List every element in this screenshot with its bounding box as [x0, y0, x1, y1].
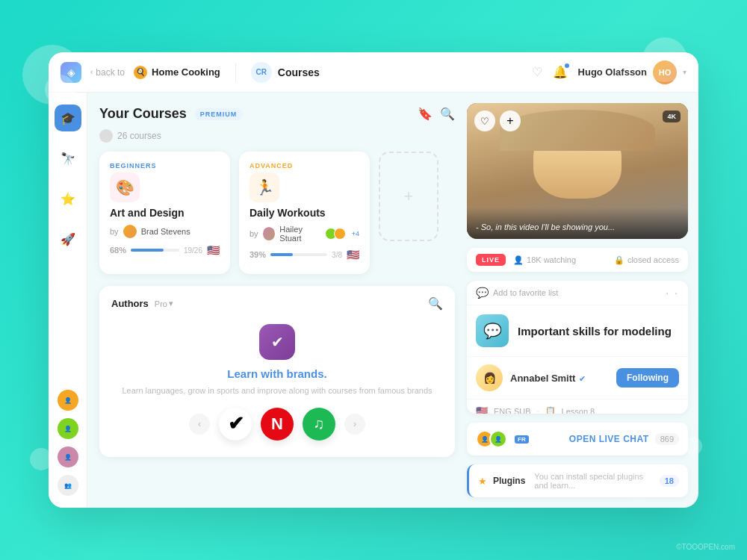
sidebar-users-icon[interactable]: 👥	[58, 475, 78, 496]
language-label: ENG SUB	[494, 407, 531, 414]
brand-logo-netflix[interactable]: N	[261, 408, 294, 441]
progress-bar-fill-workout	[270, 253, 293, 256]
sidebar-user-avatar-1[interactable]: 👤	[58, 390, 78, 411]
brands-app-checkmark-icon: ✔	[271, 333, 284, 351]
course-level-workout: ADVANCED	[249, 162, 359, 169]
authors-header: Authors Pro ▾ 🔍	[111, 296, 443, 311]
breadcrumb-icon: 🍳	[134, 66, 147, 79]
sidebar-item-explore[interactable]: 🔭	[55, 145, 81, 172]
lesson-separator: ·	[537, 407, 539, 414]
progress-pct-art: 68%	[110, 246, 126, 255]
dots-menu[interactable]: · ·	[666, 287, 679, 299]
progress-row-workout: 39% 3/8 🇺🇸	[249, 249, 359, 261]
app-logo[interactable]: ◈	[61, 62, 81, 83]
extra-av-2	[334, 228, 346, 240]
video-card[interactable]: ♡ + 4K - So, in this video I'll be showi…	[467, 103, 688, 239]
brands-title: Learn with brands.	[111, 367, 443, 380]
author-name-workout: Hailey Stuart	[279, 225, 323, 243]
your-courses-title: Your Courses	[99, 106, 187, 122]
brand-logo-spotify[interactable]: ♫	[303, 408, 335, 441]
course-name-art: Art and Design	[110, 207, 220, 219]
brand-logo-nike[interactable]: ✔	[219, 408, 252, 441]
heart-icon[interactable]: ♡	[532, 65, 542, 79]
access-label: closed access	[627, 255, 679, 264]
video-plus-button[interactable]: +	[500, 111, 521, 131]
author-avatar-workout	[263, 227, 276, 240]
premium-badge: PREMIUM	[194, 108, 244, 120]
author-row-info: Annabel Smitt ✔	[510, 371, 586, 385]
courses-badge: CR	[251, 62, 272, 83]
extra-avatars	[328, 228, 346, 240]
video-heart-button[interactable]: ♡	[474, 111, 495, 131]
brands-title-accent: brands.	[287, 367, 327, 380]
brands-logos-row: ‹ ✔ N ♫ ›	[111, 408, 443, 441]
body: 🎓 🔭 ⭐ 🚀 👤 👤 👤 👥 Your Courses PREMIUM 🔖 🔍	[49, 93, 698, 508]
add-fav-icon: 💬	[476, 287, 489, 299]
add-icon: +	[404, 187, 414, 206]
add-course-card[interactable]: +	[379, 152, 438, 241]
course-detail-card: 💬 Add to favorite list · · 💬 Important s…	[467, 281, 688, 414]
progress-bar-bg-workout	[270, 253, 327, 256]
by-label-art: by	[110, 227, 119, 236]
authors-card: Authors Pro ▾ 🔍 ✔ Learn with brands. Lea…	[99, 286, 455, 457]
brands-title-plain: Learn with	[227, 367, 286, 380]
star-icon: ★	[478, 476, 487, 487]
live-watching-info: 👤 18K watching	[513, 255, 576, 265]
breadcrumb[interactable]: 🍳 Home Cooking	[134, 66, 220, 79]
sidebar-item-rocket[interactable]: 🚀	[55, 225, 81, 252]
sidebar-user-avatar-2[interactable]: 👤	[58, 418, 78, 439]
pro-badge[interactable]: Pro ▾	[155, 299, 173, 308]
sidebar-item-courses[interactable]: 🎓	[55, 105, 81, 131]
progress-bar-bg-art	[131, 249, 179, 252]
user-dropdown-icon[interactable]: ▾	[683, 68, 686, 76]
back-navigation[interactable]: ‹ back to	[90, 67, 125, 78]
user-avatar[interactable]: HO	[653, 60, 677, 84]
brands-app-icon: ✔	[259, 324, 295, 360]
open-chat-button[interactable]: OPEN LIVE CHAT	[569, 434, 649, 444]
plugins-count: 18	[660, 475, 679, 487]
sidebar-bottom: 👤 👤 👤 👥	[58, 390, 78, 496]
author-row: 👩 Annabel Smitt ✔ Following	[467, 356, 688, 399]
live-badge: LIVE	[476, 254, 506, 266]
pro-label: Pro	[155, 299, 167, 308]
video-4k-badge: 4K	[663, 111, 681, 122]
notification-icon[interactable]: 🔔	[553, 65, 568, 79]
header-center: CR Courses	[251, 62, 523, 83]
video-background: ♡ + 4K - So, in this video I'll be showi…	[467, 103, 688, 239]
chat-avatars: 👤 👤	[476, 430, 507, 448]
courses-count-avatar	[99, 129, 113, 143]
flag-art: 🇺🇸	[207, 244, 220, 256]
plugins-label: Plugins	[493, 476, 525, 486]
video-overlay-top: ♡ + 4K	[467, 103, 688, 139]
authors-title: Authors	[111, 298, 149, 309]
watermark: ©TOOOPEN.com	[676, 543, 735, 551]
fr-badge: FR	[515, 435, 529, 444]
sidebar-item-favorites[interactable]: ⭐	[55, 185, 81, 212]
following-button[interactable]: Following	[616, 368, 679, 388]
lesson-icon: 📋	[545, 406, 556, 414]
flag-workout: 🇺🇸	[347, 249, 359, 261]
progress-pct-workout: 39%	[249, 250, 266, 259]
course-card-art[interactable]: BEGINNERS 🎨 Art and Design by Brad Steve…	[99, 152, 230, 274]
search-icon[interactable]: 🔍	[440, 107, 455, 121]
bookmark-icon[interactable]: 🔖	[418, 107, 433, 121]
author-avatar-large: 👩	[476, 364, 503, 391]
person-icon: 👤	[513, 255, 524, 265]
user-info: Hugo Olafsson HO ▾	[578, 60, 686, 84]
carousel-prev-button[interactable]: ‹	[189, 414, 210, 435]
course-detail-title: Important skills for modeling	[518, 325, 672, 337]
carousel-next-button[interactable]: ›	[344, 414, 365, 435]
video-subtitle: - So, in this video I'll be showing you.…	[467, 208, 688, 239]
sidebar-user-avatar-3[interactable]: 👤	[58, 447, 78, 467]
course-card-workout[interactable]: ADVANCED 🏃 Daily Workouts by Hailey Stua…	[239, 152, 370, 274]
watching-count: 18K watching	[527, 255, 576, 264]
sidebar: 🎓 🔭 ⭐ 🚀 👤 👤 👤 👥	[49, 93, 87, 508]
course-icon-art: 🎨	[110, 172, 140, 202]
course-level-art: BEGINNERS	[110, 162, 220, 169]
content-area: Your Courses PREMIUM 🔖 🔍 26 courses BEGI…	[87, 93, 467, 508]
chat-row: 👤 👤 FR OPEN LIVE CHAT 869	[467, 423, 688, 455]
authors-search-icon[interactable]: 🔍	[428, 296, 443, 311]
lock-info: 🔒 closed access	[614, 255, 679, 265]
add-fav-label[interactable]: Add to favorite list	[493, 288, 558, 297]
author-row-name: Annabel Smitt	[510, 373, 575, 384]
